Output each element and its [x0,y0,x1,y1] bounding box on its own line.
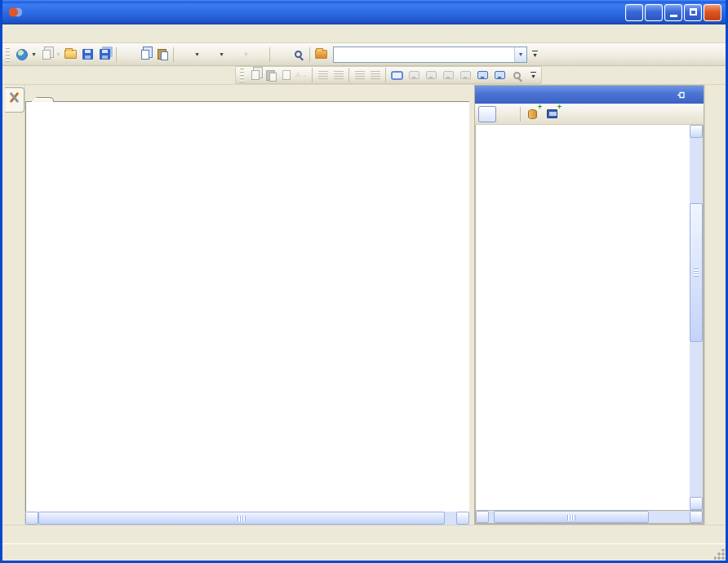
toolbar-separator [173,47,174,62]
redo-button[interactable] [201,47,218,63]
data-connections-tree[interactable] [476,125,690,510]
scroll-left-icon[interactable] [476,511,489,523]
cut-button[interactable] [119,47,136,63]
tree-vertical-scrollbar[interactable] [690,125,703,510]
copy-button[interactable] [136,47,153,63]
previous-bookmark-folder-button[interactable] [440,67,457,83]
toolbar-overflow-button[interactable]: ▼ [530,47,540,63]
next-bookmark-folder-icon [460,71,471,79]
toolbar-separator [309,47,310,62]
new-dropdown-arrow[interactable]: ▼ [30,51,38,57]
plus-icon: + [557,103,562,111]
toolbar-grip[interactable] [6,47,10,62]
find-in-files-button[interactable] [313,47,330,63]
navigate-backward-dropdown-arrow[interactable]: ▼ [242,51,250,57]
server-explorer-panel: + + [474,85,704,525]
toolbar-grip[interactable] [240,68,244,82]
scroll-right-icon[interactable] [456,512,469,525]
bottom-tool-tabs [2,525,726,543]
member-list-icon [251,70,260,80]
vscroll-track[interactable] [690,342,703,497]
toolbar-overflow-button[interactable]: ▼ [528,67,539,83]
next-bookmark-button[interactable] [423,67,440,83]
delete-button[interactable] [498,106,516,122]
increase-indent-button[interactable] [331,67,346,83]
display-word-completion-button[interactable]: A→ [294,67,309,83]
code-editor[interactable] [25,102,469,512]
hscroll-track[interactable] [649,511,690,523]
previous-bookmark-doc-button[interactable] [474,67,491,83]
connect-to-server-button[interactable]: + [543,106,561,122]
server-explorer-titlebar[interactable] [475,86,704,104]
display-quick-info-button[interactable] [278,67,294,83]
comment-button[interactable] [352,67,367,83]
toolbar-separator [348,68,349,82]
right-tab-strip [704,85,726,525]
toolbar-separator [269,47,270,62]
add-item-dropdown-arrow[interactable]: ▼ [55,51,62,57]
start-debugging-button[interactable] [273,47,290,63]
toggle-bookmark-button[interactable] [388,67,406,83]
magnifier-icon [295,51,302,58]
paste-button[interactable] [153,47,171,63]
editor-horizontal-scrollbar[interactable] [25,512,469,525]
vscroll-track[interactable] [690,138,703,203]
editor-hscroll-thumb[interactable] [38,512,445,525]
toolbar-separator [312,68,313,82]
find-combo: ▼ [333,47,527,63]
undo-button[interactable] [176,47,193,63]
connect-to-database-button[interactable]: + [523,106,541,122]
redo-dropdown-arrow[interactable]: ▼ [218,51,225,57]
undo-dropdown-arrow[interactable]: ▼ [193,51,201,57]
previous-bookmark-folder-icon [443,71,454,79]
close-button[interactable] [704,4,721,21]
navigate-forward-button[interactable] [250,47,267,63]
scroll-left-icon[interactable] [25,512,38,525]
scroll-down-icon[interactable] [690,497,703,510]
clear-bookmarks-button[interactable] [508,67,526,83]
window-position-button[interactable] [661,88,674,101]
bookmark-icon [391,71,403,80]
previous-bookmark-button[interactable] [406,67,423,83]
paste-icon [158,49,166,60]
minimize-button[interactable] [664,4,682,21]
tree-vscroll-thumb[interactable] [690,203,703,342]
navigate-backward-button[interactable] [225,47,242,63]
previous-bookmark-icon [409,71,419,79]
open-file-button[interactable] [62,47,79,63]
next-bookmark-folder-button[interactable] [457,67,474,83]
hscroll-track[interactable] [445,512,456,525]
resize-grip[interactable] [714,549,725,560]
overflow-bar [532,51,538,51]
tab-toolbox[interactable] [5,87,24,113]
decrease-indent-button[interactable] [315,67,331,83]
scroll-right-icon[interactable] [690,511,703,523]
add-item-button[interactable] [38,47,55,63]
left-tab-strip [2,85,25,525]
find-button[interactable] [290,47,307,63]
next-bookmark-doc-button[interactable] [491,67,508,83]
new-website-icon [16,49,28,60]
refresh-button[interactable] [478,106,496,122]
scroll-up-icon[interactable] [690,125,703,138]
find-folder-icon [315,50,327,59]
tree-horizontal-scrollbar[interactable] [475,511,704,524]
auto-hide-pin-button[interactable] [674,88,687,101]
save-button[interactable] [79,47,96,63]
new-website-button[interactable] [13,47,30,63]
undock-button[interactable] [645,4,663,21]
find-combo-dropdown[interactable]: ▼ [514,47,526,62]
toolbar-separator [385,68,386,82]
title-bar[interactable] [2,0,726,24]
plus-icon: + [538,103,542,111]
standard-toolbar: ▼ ▼ ▼ ▼ ▼ ▼ ▼ [2,43,726,66]
find-combo-input[interactable] [334,50,514,60]
panel-close-button[interactable] [687,88,700,101]
display-parameter-info-button[interactable] [263,67,278,83]
uncomment-button[interactable] [367,67,383,83]
dock-button[interactable] [625,4,643,21]
tree-hscroll-thumb[interactable] [494,511,649,523]
save-all-button[interactable] [96,47,113,63]
maximize-button[interactable] [684,4,702,21]
display-object-member-list-button[interactable] [247,67,263,83]
